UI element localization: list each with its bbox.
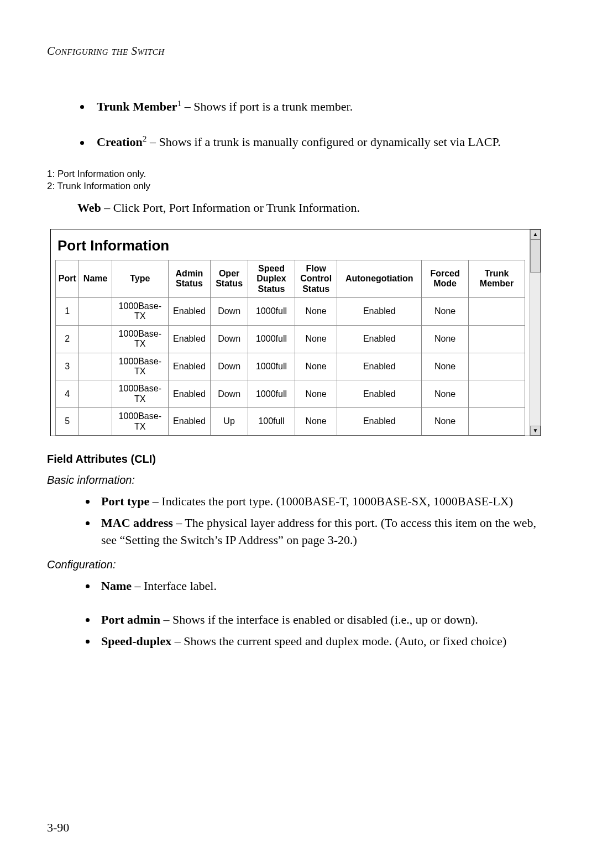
term: Port type [101,494,149,508]
table-cell: Enabled [168,325,210,353]
table-cell: None [422,298,469,326]
list-item: Creation2 – Shows if a trunk is manually… [91,132,544,151]
table-cell [469,325,525,353]
table-cell: Enabled [337,380,422,408]
table-cell: None [295,380,337,408]
table-cell: Enabled [337,408,422,436]
table-cell: 5 [56,408,79,436]
scroll-up-icon[interactable]: ▲ [530,229,541,239]
table-cell [79,353,112,380]
table-cell: 1000Base-TX [112,408,168,436]
table-cell [79,325,112,353]
field-attributes-heading: Field Attributes (CLI) [47,453,544,466]
table-header-cell: Autonegotiation [337,260,422,297]
table-cell: Enabled [337,298,422,326]
list-item: Port type – Indicates the port type. (10… [97,493,544,510]
table-cell [79,408,112,436]
table-cell: Down [211,353,248,380]
web-text: – Click Port, Port Information or Trunk … [101,201,360,215]
scroll-thumb[interactable] [530,239,541,273]
term: Trunk Member [97,100,177,113]
table-header-cell: Name [79,260,112,297]
table-cell: None [422,325,469,353]
list-item: MAC address – The physical layer address… [97,515,544,549]
table-cell: 2 [56,325,79,353]
web-instruction: Web – Click Port, Port Information or Tr… [77,201,544,215]
desc: – Indicates the port type. (1000BASE-T, … [149,494,513,508]
table-cell: 1000Base-TX [112,325,168,353]
footnote-1: 1: Port Information only. [47,168,544,180]
term: Speed-duplex [101,634,171,648]
table-cell [469,298,525,326]
table-cell: 100full [248,408,295,436]
configuration-list: Name – Interface label. Port admin – Sho… [97,578,544,650]
web-label: Web [77,201,101,215]
table-row: 31000Base-TXEnabledDown1000fullNoneEnabl… [56,353,525,380]
table-cell: None [422,353,469,380]
term: Port admin [101,613,160,626]
table-cell: Enabled [168,298,210,326]
table-cell: 1000full [248,298,295,326]
table-cell: 3 [56,353,79,380]
top-bullet-list: Trunk Member1 – Shows if port is a trunk… [91,97,544,151]
table-cell: 1000Base-TX [112,380,168,408]
table-cell: Enabled [168,408,210,436]
table-cell: Enabled [337,353,422,380]
table-cell: Enabled [337,325,422,353]
table-row: 21000Base-TXEnabledDown1000fullNoneEnabl… [56,325,525,353]
table-header-cell: Trunk Member [469,260,525,297]
table-cell: None [422,380,469,408]
scrollbar[interactable]: ▲ ▼ [530,229,541,436]
table-header-cell: Flow Control Status [295,260,337,297]
desc: – Shows the current speed and duplex mod… [171,634,506,648]
table-cell: None [295,325,337,353]
scroll-down-icon[interactable]: ▼ [530,426,541,436]
table-cell: Down [211,298,248,326]
table-header-cell: Type [112,260,168,297]
table-cell [79,380,112,408]
table-cell: None [295,353,337,380]
desc: – Shows if a trunk is manually configure… [146,135,500,149]
page-number: 3-90 [47,820,69,835]
list-item: Trunk Member1 – Shows if port is a trunk… [91,97,544,116]
basic-info-list: Port type – Indicates the port type. (10… [97,493,544,548]
term: Creation [97,135,143,149]
desc: – Shows if the interface is enabled or d… [160,613,478,626]
table-cell: 4 [56,380,79,408]
table-body: 11000Base-TXEnabledDown1000fullNoneEnabl… [56,298,525,436]
desc: – Shows if port is a trunk member. [181,100,353,113]
table-cell: None [295,408,337,436]
table-cell: 1000full [248,325,295,353]
table-cell: Down [211,380,248,408]
table-cell: Up [211,408,248,436]
table-cell [79,298,112,326]
table-cell [469,353,525,380]
table-header-cell: Oper Status [211,260,248,297]
table-cell: Down [211,325,248,353]
scroll-track [530,273,541,426]
footnotes: 1: Port Information only. 2: Trunk Infor… [47,168,544,192]
table-cell: 1000Base-TX [112,353,168,380]
table-cell: 1000full [248,380,295,408]
table-cell: 1000Base-TX [112,298,168,326]
table-cell: 1 [56,298,79,326]
list-item: Speed-duplex – Shows the current speed a… [97,633,544,650]
port-info-table: PortNameTypeAdmin StatusOper StatusSpeed… [55,260,525,436]
table-cell [469,408,525,436]
basic-info-subheading: Basic information: [47,474,544,487]
table-row: 41000Base-TXEnabledDown1000fullNoneEnabl… [56,380,525,408]
table-cell: None [295,298,337,326]
table-header-row: PortNameTypeAdmin StatusOper StatusSpeed… [56,260,525,297]
table-cell [469,380,525,408]
term: MAC address [101,516,173,530]
list-item: Port admin – Shows if the interface is e… [97,611,544,629]
desc: – Interface label. [132,579,217,593]
term: Name [101,579,132,593]
section-header: Configuring the Switch [47,44,544,58]
port-info-screenshot: Port Information PortNameTypeAdmin Statu… [50,229,541,436]
panel-title: Port Information [57,237,525,254]
table-header-cell: Forced Mode [422,260,469,297]
table-cell: 1000full [248,353,295,380]
configuration-subheading: Configuration: [47,558,544,571]
table-header-cell: Admin Status [168,260,210,297]
